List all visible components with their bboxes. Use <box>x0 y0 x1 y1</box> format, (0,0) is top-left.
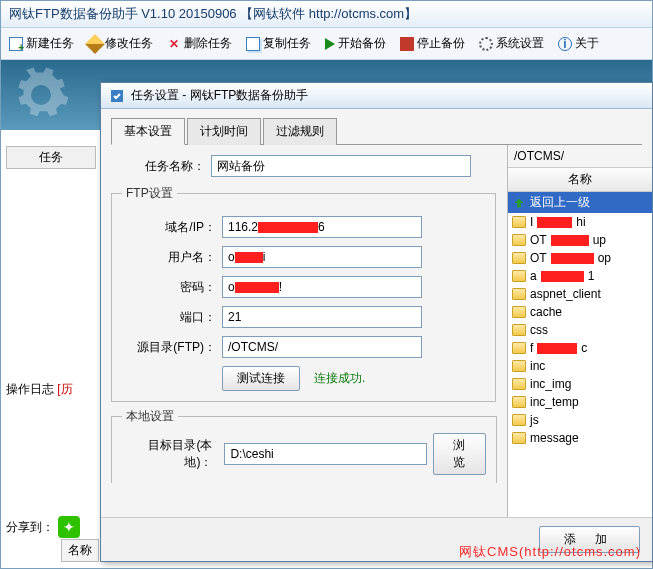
stop-label: 停止备份 <box>417 35 465 52</box>
folder-icon <box>512 216 526 228</box>
port-input[interactable] <box>222 306 422 328</box>
stop-icon <box>400 37 414 51</box>
copy-label: 复制任务 <box>263 35 311 52</box>
dstdir-input[interactable] <box>224 443 426 465</box>
copy-task-button[interactable]: 复制任务 <box>240 32 317 55</box>
ftp-legend: FTP设置 <box>122 185 177 202</box>
up-arrow-icon <box>512 196 526 210</box>
folder-icon <box>512 360 526 372</box>
copy-icon <box>246 37 260 51</box>
main-title: 网钛FTP数据备份助手 V1.10 20150906 【网钛软件 http://… <box>1 1 652 28</box>
name-column-header[interactable]: 名称 <box>508 167 652 192</box>
new-label: 新建任务 <box>26 35 74 52</box>
list-item[interactable]: Ihi <box>508 213 652 231</box>
list-item[interactable]: message <box>508 429 652 447</box>
dialog-footer: 添 加 <box>101 517 652 561</box>
redaction <box>537 217 572 228</box>
edit-icon <box>85 34 105 54</box>
list-item[interactable]: a1 <box>508 267 652 285</box>
pass-label: 密码： <box>122 279 222 296</box>
test-connection-button[interactable]: 测试连接 <box>222 366 300 391</box>
user-input[interactable]: oi <box>222 246 422 268</box>
edit-label: 修改任务 <box>105 35 153 52</box>
test-result: 连接成功. <box>314 370 365 387</box>
delete-label: 删除任务 <box>184 35 232 52</box>
redaction <box>235 252 263 263</box>
list-item[interactable]: OTup <box>508 231 652 249</box>
wechat-icon[interactable]: ✦ <box>58 516 80 538</box>
add-button[interactable]: 添 加 <box>539 526 640 553</box>
delete-task-button[interactable]: ✕删除任务 <box>161 32 238 55</box>
tab-filter[interactable]: 过滤规则 <box>263 118 337 145</box>
play-icon <box>325 38 335 50</box>
folder-icon <box>512 378 526 390</box>
tab-basic[interactable]: 基本设置 <box>111 118 185 145</box>
info-icon: i <box>558 37 572 51</box>
new-task-button[interactable]: 新建任务 <box>3 32 80 55</box>
folder-icon <box>512 432 526 444</box>
delete-icon: ✕ <box>167 37 181 51</box>
folder-icon <box>512 234 526 246</box>
remote-path: /OTCMS/ <box>508 145 652 167</box>
start-backup-button[interactable]: 开始备份 <box>319 32 392 55</box>
left-pane: 任务 <box>6 146 96 169</box>
list-item[interactable]: inc_temp <box>508 393 652 411</box>
list-item[interactable]: inc <box>508 357 652 375</box>
gear-icon <box>479 37 493 51</box>
start-label: 开始备份 <box>338 35 386 52</box>
redaction <box>551 253 594 264</box>
folder-icon <box>512 324 526 336</box>
host-label: 域名/IP： <box>122 219 222 236</box>
srcdir-input[interactable] <box>222 336 422 358</box>
task-list-header: 任务 <box>6 146 96 169</box>
pass-input[interactable]: o! <box>222 276 422 298</box>
dialog-title: 任务设置 - 网钛FTP数据备份助手 <box>131 87 308 104</box>
host-input[interactable]: 116.26 <box>222 216 422 238</box>
op-log-label: 操作日志 [历 <box>6 381 73 398</box>
gear-bg-icon <box>11 65 71 125</box>
task-settings-dialog: 任务设置 - 网钛FTP数据备份助手 基本设置 计划时间 过滤规则 任务名称： … <box>100 82 653 562</box>
folder-icon <box>512 396 526 408</box>
list-item[interactable]: OTop <box>508 249 652 267</box>
up-one-level[interactable]: 返回上一级 <box>508 192 652 213</box>
list-item[interactable]: cache <box>508 303 652 321</box>
srcdir-label: 源目录(FTP)： <box>122 339 222 356</box>
folder-icon <box>512 306 526 318</box>
local-legend: 本地设置 <box>122 408 178 425</box>
browse-button[interactable]: 浏览 <box>433 433 486 475</box>
share-label: 分享到： <box>6 519 54 536</box>
dialog-title-bar[interactable]: 任务设置 - 网钛FTP数据备份助手 <box>101 83 652 109</box>
folder-icon <box>512 342 526 354</box>
share-row: 分享到： ✦ <box>6 516 80 538</box>
list-item[interactable]: inc_img <box>508 375 652 393</box>
history-link[interactable]: [历 <box>57 382 72 396</box>
list-item[interactable]: js <box>508 411 652 429</box>
dstdir-label: 目标目录(本地)： <box>122 437 218 471</box>
list-item[interactable]: fc <box>508 339 652 357</box>
stop-backup-button[interactable]: 停止备份 <box>394 32 471 55</box>
settings-label: 系统设置 <box>496 35 544 52</box>
task-name-input[interactable] <box>211 155 471 177</box>
tab-bar: 基本设置 计划时间 过滤规则 <box>111 117 642 145</box>
local-fieldset: 本地设置 目标目录(本地)： 浏览 <box>111 408 497 483</box>
dialog-body: 基本设置 计划时间 过滤规则 任务名称： FTP设置 域名/IP： 116.26… <box>101 109 652 529</box>
list-item[interactable]: aspnet_client <box>508 285 652 303</box>
about-label: 关于 <box>575 35 599 52</box>
redaction <box>235 282 279 293</box>
bottom-row: 名称 <box>61 539 99 562</box>
task-name-row: 任务名称： <box>111 155 496 177</box>
folder-icon <box>512 414 526 426</box>
redaction <box>537 343 577 354</box>
redaction <box>551 235 589 246</box>
remote-file-list: /OTCMS/ 名称 返回上一级IhiOTupOTopa1aspnet_clie… <box>507 145 652 535</box>
settings-button[interactable]: 系统设置 <box>473 32 550 55</box>
redaction <box>258 222 318 233</box>
edit-task-button[interactable]: 修改任务 <box>82 32 159 55</box>
user-label: 用户名： <box>122 249 222 266</box>
list-item[interactable]: css <box>508 321 652 339</box>
about-button[interactable]: i关于 <box>552 32 605 55</box>
tab-schedule[interactable]: 计划时间 <box>187 118 261 145</box>
new-icon <box>9 37 23 51</box>
folder-icon <box>512 288 526 300</box>
folder-icon <box>512 270 526 282</box>
